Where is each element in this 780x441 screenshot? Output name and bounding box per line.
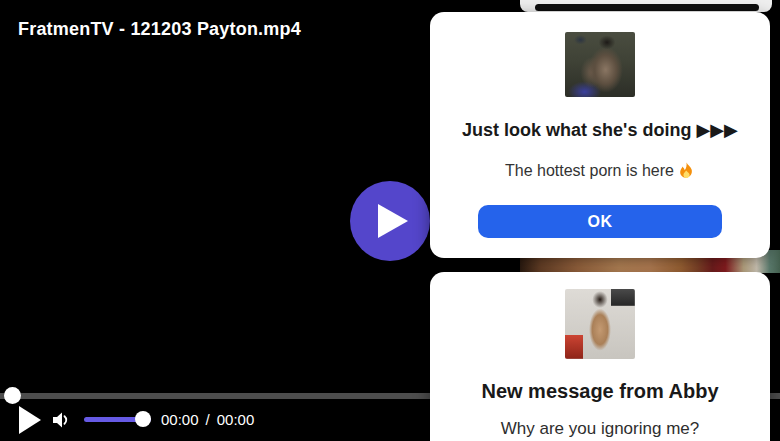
volume-slider[interactable] bbox=[84, 417, 151, 422]
player-controls: 00:00 / 00:00 bbox=[0, 404, 430, 438]
popup-subtitle: Why are you ignoring me? bbox=[430, 419, 770, 439]
play-icon bbox=[19, 406, 41, 434]
seek-thumb[interactable] bbox=[4, 387, 21, 404]
video-title: FratmenTV - 121203 Payton.mp4 bbox=[18, 19, 301, 40]
ad-popup-card-1[interactable]: Just look what she's doing ▶▶▶ The hotte… bbox=[430, 12, 770, 258]
ad-banner-top-fragment[interactable] bbox=[520, 0, 772, 12]
ad-popup-card-2[interactable]: New message from Abby Why are you ignori… bbox=[430, 272, 770, 441]
volume-low-icon bbox=[51, 410, 71, 430]
ok-button[interactable]: OK bbox=[478, 205, 722, 238]
play-icon bbox=[378, 204, 408, 238]
current-time: 00:00 bbox=[161, 411, 199, 428]
popup-subtitle: The hottest porn is here bbox=[430, 162, 770, 183]
popup-title: Just look what she's doing ▶▶▶ bbox=[430, 119, 770, 141]
big-play-button[interactable] bbox=[350, 181, 430, 261]
ad-banner-bar bbox=[535, 4, 759, 11]
duration: 00:00 bbox=[217, 411, 255, 428]
fire-icon bbox=[678, 162, 695, 183]
video-page: FratmenTV - 121203 Payton.mp4 00:00 bbox=[0, 0, 780, 441]
popup-title: New message from Abby bbox=[430, 380, 770, 403]
selfie-photo-thumbnail[interactable] bbox=[565, 289, 635, 359]
volume-icon[interactable] bbox=[50, 410, 72, 432]
play-button[interactable] bbox=[16, 406, 44, 436]
time-display: 00:00 / 00:00 bbox=[161, 411, 254, 428]
webcam-photo-thumbnail[interactable] bbox=[565, 32, 635, 97]
volume-thumb[interactable] bbox=[135, 411, 151, 427]
time-separator: / bbox=[206, 411, 210, 428]
